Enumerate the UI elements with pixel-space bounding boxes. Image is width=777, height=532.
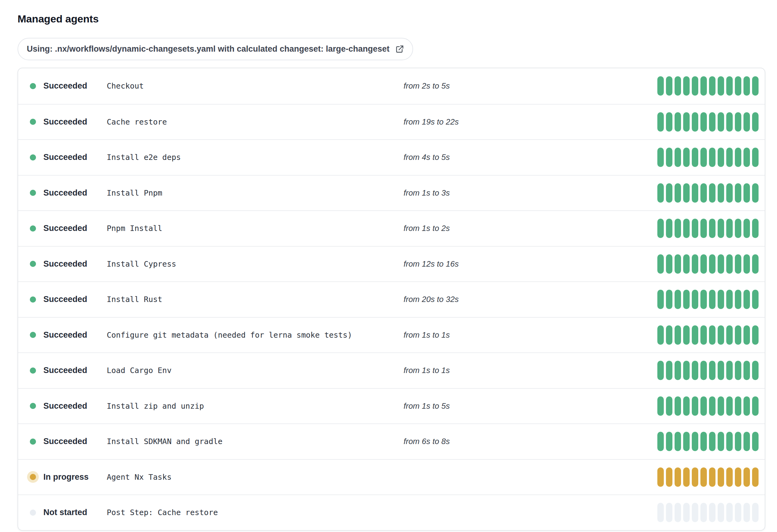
status-dot [30, 296, 36, 303]
duration-range: from 1s to 1s [404, 366, 657, 375]
usage-pill [675, 254, 681, 274]
usage-pill [683, 183, 690, 203]
status-dot [30, 119, 36, 125]
usage-pill [709, 76, 715, 96]
duration-range: from 20s to 32s [404, 295, 657, 304]
usage-pill [744, 290, 750, 309]
usage-pill [692, 361, 698, 380]
agents-list: Succeeded Checkout from 2s to 5s Succeed… [17, 68, 765, 531]
agent-step-row[interactable]: Succeeded Install Cypress from 12s to 16… [18, 246, 765, 282]
agent-step-row[interactable]: Succeeded Cache restore from 19s to 22s [18, 104, 765, 140]
usage-pill [709, 290, 715, 309]
usage-pill [666, 290, 672, 309]
usage-pill [683, 76, 690, 96]
usage-pill [726, 254, 733, 274]
usage-pill [700, 396, 707, 416]
usage-pill [683, 290, 690, 309]
agent-step-row[interactable]: In progress Agent Nx Tasks [18, 459, 765, 495]
usage-pill [709, 254, 715, 274]
usage-pill [709, 361, 715, 380]
agent-usage-bars [657, 468, 759, 487]
agent-step-row[interactable]: Succeeded Install SDKMAN and gradle from… [18, 423, 765, 459]
agent-step-row[interactable]: Succeeded Pnpm Install from 1s to 2s [18, 210, 765, 246]
agent-usage-bars [657, 219, 759, 238]
usage-pill [700, 183, 707, 203]
usage-pill [726, 183, 733, 203]
usage-pill [683, 432, 690, 451]
status-cell: Succeeded [30, 330, 107, 340]
usage-pill [657, 76, 664, 96]
workflow-banner-link[interactable]: Using: .nx/workflows/dynamic-changesets.… [17, 38, 413, 60]
usage-pill [692, 219, 698, 238]
status-label: Succeeded [43, 224, 87, 233]
usage-pill [726, 396, 733, 416]
status-cell: Succeeded [30, 401, 107, 411]
usage-pill [666, 254, 672, 274]
usage-pill [666, 468, 672, 487]
agent-step-row[interactable]: Not started Post Step: Cache restore [18, 495, 765, 530]
usage-pill [657, 290, 664, 309]
agent-usage-bars [657, 290, 759, 309]
status-dot [30, 403, 36, 409]
agent-step-row[interactable]: Succeeded Checkout from 2s to 5s [18, 68, 765, 104]
usage-pill [709, 503, 715, 522]
usage-pill [717, 361, 724, 380]
usage-pill [692, 503, 698, 522]
usage-pill [657, 219, 664, 238]
status-cell: Succeeded [30, 117, 107, 127]
usage-pill [709, 112, 715, 132]
step-name: Checkout [107, 82, 404, 91]
usage-pill [717, 76, 724, 96]
agent-step-row[interactable]: Succeeded Configure git metadata (needed… [18, 317, 765, 353]
usage-pill [735, 183, 741, 203]
status-dot [30, 438, 36, 445]
usage-pill [735, 290, 741, 309]
usage-pill [744, 468, 750, 487]
agent-step-row[interactable]: Succeeded Load Cargo Env from 1s to 1s [18, 353, 765, 388]
usage-pill [752, 183, 759, 203]
usage-pill [744, 76, 750, 96]
agent-step-row[interactable]: Succeeded Install zip and unzip from 1s … [18, 388, 765, 424]
agent-step-row[interactable]: Succeeded Install e2e deps from 4s to 5s [18, 139, 765, 175]
usage-pill [692, 396, 698, 416]
step-name: Install Pnpm [107, 188, 404, 197]
usage-pill [666, 76, 672, 96]
status-cell: In progress [30, 472, 107, 482]
step-name: Configure git metadata (needed for lerna… [107, 330, 404, 340]
usage-pill [683, 219, 690, 238]
step-name: Install Cypress [107, 260, 404, 268]
status-label: Succeeded [43, 437, 87, 446]
usage-pill [726, 503, 733, 522]
usage-pill [752, 432, 759, 451]
usage-pill [657, 112, 664, 132]
step-name: Install zip and unzip [107, 402, 404, 411]
usage-pill [752, 468, 759, 487]
usage-pill [717, 290, 724, 309]
usage-pill [717, 503, 724, 522]
status-label: Succeeded [43, 366, 87, 375]
external-link-icon[interactable] [395, 44, 405, 54]
status-cell: Succeeded [30, 224, 107, 233]
usage-pill [752, 290, 759, 309]
usage-pill [744, 254, 750, 274]
usage-pill [657, 183, 664, 203]
agent-step-row[interactable]: Succeeded Install Rust from 20s to 32s [18, 281, 765, 317]
status-cell: Succeeded [30, 81, 107, 91]
usage-pill [752, 396, 759, 416]
usage-pill [700, 290, 707, 309]
status-label: Succeeded [43, 295, 87, 304]
usage-pill [752, 503, 759, 522]
usage-pill [700, 503, 707, 522]
usage-pill [752, 219, 759, 238]
step-name: Pnpm Install [107, 224, 404, 233]
duration-range: from 1s to 5s [404, 401, 657, 411]
usage-pill [692, 112, 698, 132]
agent-step-row[interactable]: Succeeded Install Pnpm from 1s to 3s [18, 175, 765, 211]
agent-usage-bars [657, 254, 759, 274]
status-label: Succeeded [43, 152, 87, 162]
status-cell: Succeeded [30, 188, 107, 198]
usage-pill [675, 76, 681, 96]
usage-pill [744, 219, 750, 238]
usage-pill [700, 254, 707, 274]
usage-pill [700, 148, 707, 167]
